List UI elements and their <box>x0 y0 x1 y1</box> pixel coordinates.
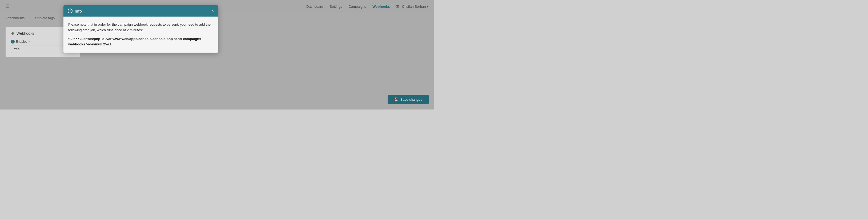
modal-close-button[interactable]: × <box>211 9 214 13</box>
modal-body-text: Please note that in order for the campai… <box>68 22 213 33</box>
modal-code-text: */2 * * * /usr/bin/php -q /var/www/web/a… <box>68 36 213 48</box>
modal-overlay: i Info × Please note that in order for t… <box>0 0 434 109</box>
info-modal: i Info × Please note that in order for t… <box>63 5 218 53</box>
modal-title-text: Info <box>75 9 82 13</box>
modal-title: i Info <box>68 8 82 13</box>
modal-header: i Info × <box>63 5 218 17</box>
modal-body: Please note that in order for the campai… <box>63 17 218 53</box>
modal-info-icon: i <box>68 8 72 13</box>
